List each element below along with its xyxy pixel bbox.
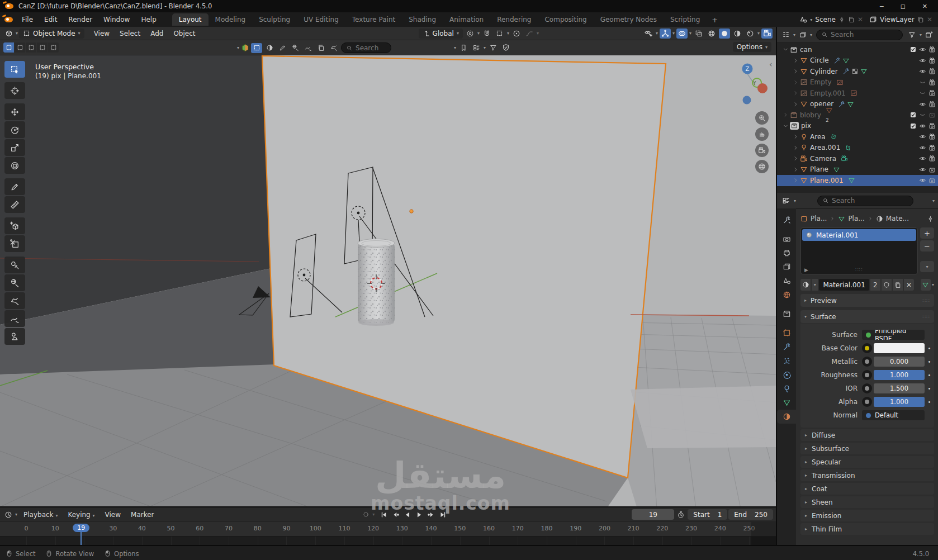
animate-dot[interactable]: • [925, 386, 934, 392]
copy-icon[interactable] [848, 16, 855, 23]
expand-icon[interactable] [793, 177, 799, 183]
render-visibility-icon[interactable] [928, 68, 936, 75]
zoom-button[interactable] [755, 111, 769, 125]
slot-specials-button[interactable]: ▾ [920, 261, 934, 272]
scene-selector[interactable]: ▾ Scene ✕ [797, 15, 865, 25]
pin-icon[interactable] [927, 215, 934, 222]
material-slot-list[interactable]: Material.001 ▶ ∷∷ [800, 227, 918, 274]
current-frame-field[interactable]: 19 [632, 509, 674, 520]
checkbox-icon[interactable] [909, 111, 917, 118]
expand-icon[interactable] [793, 79, 799, 86]
render-visibility-icon[interactable] [928, 144, 936, 151]
panel-emission[interactable]: ▸Emission [800, 510, 934, 521]
checkbox-icon[interactable] [909, 122, 917, 130]
minimize-button[interactable]: ─ [880, 3, 884, 10]
panel-diffuse[interactable]: ▸Diffuse [800, 429, 934, 441]
expand-icon[interactable] [783, 46, 789, 53]
scene-name[interactable]: Scene [815, 16, 836, 23]
visibility-eye-icon[interactable] [919, 155, 926, 162]
options-dropdown[interactable]: Options ▾ [733, 42, 771, 52]
panel-coat[interactable]: ▸Coat [800, 483, 934, 495]
world-paint-icon[interactable] [290, 43, 301, 53]
menu-file[interactable]: File [16, 14, 39, 25]
tool-move[interactable] [4, 103, 25, 120]
can-object[interactable] [358, 239, 395, 326]
copy-icon[interactable] [917, 16, 924, 23]
maximize-button[interactable]: ◻ [901, 3, 906, 10]
render-visibility-icon[interactable] [928, 89, 936, 97]
pivot-point-icon[interactable] [465, 29, 476, 39]
outliner-search-input[interactable]: Search [816, 30, 903, 40]
chevron-down-icon[interactable]: ▾ [812, 279, 818, 291]
tab-texture-paint[interactable]: Texture Paint [345, 13, 402, 26]
material-name-field[interactable]: Material.001 [819, 279, 869, 291]
viewport-canvas[interactable]: Z Y User Perspective (19) pix | Plane.00… [0, 55, 776, 506]
outliner-row-blobry[interactable]: blobry2 [777, 110, 938, 121]
filter-funnel-icon[interactable] [487, 42, 499, 53]
field-value[interactable]: 1.000 [874, 370, 925, 380]
bookmark-icon[interactable] [458, 42, 469, 53]
playhead[interactable] [80, 532, 82, 545]
active-brush-icon[interactable] [251, 43, 262, 53]
paint-icon[interactable] [277, 43, 288, 53]
properties-tab-tool[interactable] [777, 213, 796, 227]
tool-curve-brush[interactable] [4, 310, 25, 327]
panel-thin-film[interactable]: ▸Thin Film [800, 523, 934, 535]
viewlayer-selector[interactable]: ViewLayer ✕ [867, 15, 935, 25]
tool-opener-tool[interactable] [4, 235, 25, 252]
expand-icon[interactable] [793, 101, 799, 107]
jump-to-end-button[interactable] [437, 509, 448, 520]
render-visibility-icon[interactable] [928, 101, 936, 108]
visibility-eye-icon[interactable] [919, 177, 926, 184]
snap-target-icon[interactable] [494, 29, 505, 39]
render-visibility-icon[interactable] [928, 166, 936, 173]
properties-search-input[interactable]: Search [817, 196, 913, 206]
tab-layout[interactable]: Layout [172, 13, 209, 26]
auto-keying-icon[interactable] [360, 510, 371, 520]
close-button[interactable]: ✕ [922, 3, 927, 10]
shelf-search-input[interactable]: Search [341, 42, 391, 53]
breadcrumb-item[interactable]: Pla... [811, 215, 827, 222]
visibility-eye-icon[interactable] [919, 68, 926, 75]
tool-scale[interactable] [4, 139, 25, 156]
proportional-edit-icon[interactable] [511, 29, 522, 39]
pan-hand-button[interactable] [755, 127, 769, 141]
display-list-icon[interactable] [471, 42, 482, 53]
outliner-row-plane-001[interactable]: Plane.001 [777, 175, 938, 186]
shield-check-icon[interactable] [500, 42, 511, 53]
tab-uv-editing[interactable]: UV Editing [297, 13, 345, 26]
xray-toggle-icon[interactable] [693, 29, 704, 39]
tool-cursor[interactable] [4, 82, 25, 99]
shading-material-icon[interactable] [732, 29, 743, 39]
socket-icon[interactable] [862, 397, 872, 407]
chevron-down-icon[interactable]: ▾ [454, 45, 456, 50]
properties-tab-particles[interactable] [777, 354, 796, 368]
properties-tab-constraints[interactable] [777, 382, 796, 396]
timeline-menu-marker[interactable]: Marker [126, 510, 159, 520]
breadcrumb-item[interactable]: Mate... [886, 215, 909, 222]
stopwatch-icon[interactable] [675, 510, 686, 520]
snap-magnet-icon[interactable] [481, 29, 492, 39]
tool-annotate[interactable] [4, 178, 25, 195]
animate-dot[interactable]: • [925, 345, 934, 352]
tab-modeling[interactable]: Modeling [209, 13, 253, 26]
tool-measure[interactable] [4, 196, 25, 213]
visibility-eye-icon[interactable] [919, 111, 926, 118]
shading-rendered-icon[interactable] [745, 29, 756, 39]
menu-render[interactable]: Render [63, 14, 98, 25]
add-slot-button[interactable]: + [920, 227, 934, 239]
field-value[interactable] [874, 343, 925, 353]
field-value[interactable]: 1.500 [874, 383, 925, 393]
checkbox-icon[interactable] [909, 46, 917, 53]
render-preview-icon[interactable] [761, 29, 773, 39]
frame-end-field[interactable]: End250 [728, 509, 773, 520]
falloff-icon[interactable] [524, 29, 535, 39]
users-count-button[interactable]: 2 [870, 279, 880, 291]
tab-sculpting[interactable]: Sculpting [252, 13, 297, 26]
timeline-menu-view[interactable]: View [100, 510, 126, 520]
add-workspace-button[interactable]: + [707, 16, 723, 24]
timeline-track[interactable] [0, 536, 776, 545]
outliner-row-can[interactable]: can [777, 44, 938, 55]
link-mesh-icon[interactable] [921, 279, 931, 291]
gizmos-toggle-icon[interactable] [660, 29, 671, 39]
